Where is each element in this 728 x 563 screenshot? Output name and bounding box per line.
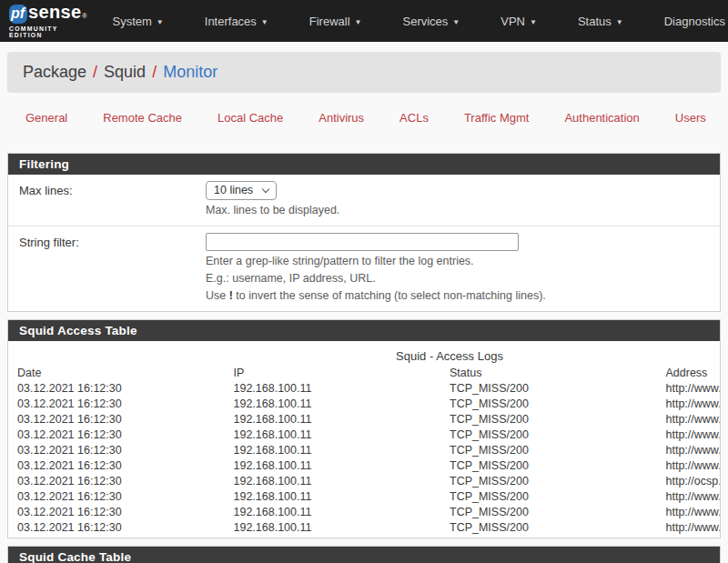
cell-status: TCP_MISS/200 [450, 380, 666, 396]
max-lines-help: Max. lines to be displayed. [206, 204, 709, 217]
cell-address: http://www.horizons21.fr/js/jquery-1.12.… [666, 519, 721, 535]
navbar-menu-item[interactable]: System ▼ [113, 15, 164, 28]
navbar-menu-item[interactable]: VPN ▼ [500, 15, 537, 28]
filtering-panel: Filtering Max lines: 10 lines Max. lines… [7, 153, 721, 312]
table-column-header: Status [450, 366, 666, 380]
navbar-menu-label: VPN [500, 15, 525, 28]
chevron-down-icon [262, 185, 269, 192]
cell-date: 03.12.2021 16:12:30 [17, 488, 234, 504]
string-filter-help-1: Enter a grep-like string/pattern to filt… [206, 255, 709, 268]
navbar-menu-label: Services [403, 15, 449, 28]
cell-address: http://www.horizons21.fr/images/sticker-… [666, 457, 721, 473]
navbar-menu-item[interactable]: Firewall ▼ [309, 15, 362, 28]
table-row: 03.12.2021 16:12:30 192.168.100.11 TCP_M… [17, 519, 720, 535]
cell-ip: 192.168.100.11 [234, 488, 450, 504]
caret-down-icon: ▼ [616, 18, 623, 26]
max-lines-label: Max lines: [19, 181, 206, 217]
cell-ip: 192.168.100.11 [234, 427, 450, 442]
table-row: 03.12.2021 16:12:30 192.168.100.11 TCP_M… [17, 380, 720, 396]
cell-date: 03.12.2021 16:12:30 [17, 380, 234, 396]
cell-address: http://www.horizons21.fr/fonts/expresswa… [666, 427, 721, 442]
table-row: 03.12.2021 16:12:30 192.168.100.11 TCP_M… [17, 411, 720, 427]
cell-status: TCP_MISS/200 [450, 488, 666, 504]
cell-ip: 192.168.100.11 [234, 411, 450, 427]
cell-date: 03.12.2021 16:12:30 [17, 473, 234, 488]
string-filter-label: String filter: [19, 233, 206, 303]
breadcrumb-separator: / [86, 63, 104, 81]
tab[interactable]: Remote Cache [100, 105, 185, 133]
navbar-menu: System ▼ Interfaces ▼ Firewall ▼ Service… [113, 15, 728, 28]
max-lines-select[interactable]: 10 lines [206, 181, 277, 200]
tab[interactable]: Traffic Mgmt [461, 105, 532, 133]
table-row: 03.12.2021 16:12:30 192.168.100.11 TCP_M… [17, 473, 720, 488]
max-lines-row: Max lines: 10 lines Max. lines to be dis… [8, 175, 720, 226]
string-filter-input[interactable] [206, 233, 519, 251]
filtering-panel-title: Filtering [8, 154, 720, 175]
tab[interactable]: General [23, 105, 70, 133]
cell-address: http://www.horizons21.fr/images/favicon.… [666, 380, 721, 396]
breadcrumb-monitor[interactable]: Monitor [163, 63, 217, 81]
pfsense-logo[interactable]: pfsense® COMMUNITY EDITION [9, 3, 87, 39]
registered-mark: ® [82, 13, 86, 19]
tab-bar: General Remote Cache Local Cache Antivir… [7, 105, 721, 133]
navbar-menu-item[interactable]: Services ▼ [403, 15, 460, 28]
cell-address: http://www.horizons21.fr/images/logo_rep… [666, 504, 721, 519]
cell-ip: 192.168.100.11 [234, 473, 450, 488]
sense-logo-text: sense [28, 3, 81, 21]
cell-address: http://www.horizons21.fr/images/logo_hor… [666, 488, 721, 504]
cell-ip: 192.168.100.11 [234, 457, 450, 473]
tab[interactable]: Authentication [561, 105, 642, 133]
cell-status: TCP_MISS/200 [450, 442, 666, 457]
cell-status: TCP_MISS/200 [450, 396, 666, 411]
tab[interactable]: Local Cache [215, 105, 286, 133]
table-row: 03.12.2021 16:12:30 192.168.100.11 TCP_M… [17, 488, 720, 504]
navbar-menu-item[interactable]: Diagnostics ▼ [664, 15, 728, 28]
access-logs-subtitle: Squid - Access Logs [17, 346, 720, 366]
cell-date: 03.12.2021 16:12:30 [17, 519, 234, 535]
navbar-menu-item[interactable]: Interfaces ▼ [205, 15, 268, 28]
community-edition-label: COMMUNITY EDITION [9, 26, 87, 39]
cell-ip: 192.168.100.11 [234, 380, 450, 396]
cell-ip: 192.168.100.11 [234, 396, 450, 411]
cell-status: TCP_MISS/200 [450, 504, 666, 519]
squid-cache-table-panel: Squid Cache Table Squid - Cache Logs [7, 546, 721, 563]
navbar-menu-label: Diagnostics [664, 15, 725, 28]
access-logs-table: Date IP Status Address 03.12.2021 16:12:… [17, 366, 720, 535]
navbar-menu-item[interactable]: Status ▼ [578, 15, 623, 28]
cell-date: 03.12.2021 16:12:30 [17, 504, 234, 519]
squid-access-table-panel: Squid Access Table Squid - Access Logs D… [7, 319, 721, 538]
breadcrumb-squid: Squid [104, 63, 146, 81]
cell-status: TCP_MISS/200 [450, 457, 666, 473]
table-column-header: Date [17, 366, 234, 380]
cell-date: 03.12.2021 16:12:30 [17, 457, 234, 473]
cell-date: 03.12.2021 16:12:30 [17, 396, 234, 411]
top-navbar: pfsense® COMMUNITY EDITION System ▼ Inte… [0, 0, 728, 42]
tab[interactable]: Users [672, 105, 709, 133]
tab[interactable]: Antivirus [316, 105, 367, 133]
cell-date: 03.12.2021 16:12:30 [17, 411, 234, 427]
cell-status: TCP_MISS/200 [450, 427, 666, 442]
pfsense-squid-monitor-page: pfsense® COMMUNITY EDITION System ▼ Inte… [0, 0, 728, 563]
cell-date: 03.12.2021 16:12:30 [17, 427, 234, 442]
string-filter-help-3: Use ! to invert the sense of matching (t… [206, 289, 709, 303]
caret-down-icon: ▼ [355, 18, 362, 26]
squid-access-table-title: Squid Access Table [8, 320, 720, 341]
breadcrumb-separator: / [146, 63, 163, 81]
cell-address: http://ocsp.pki.goog/gts1c3 [666, 473, 721, 488]
navbar-menu-label: System [113, 15, 152, 28]
caret-down-icon: ▼ [261, 18, 268, 26]
cell-status: TCP_MISS/200 [450, 519, 666, 535]
table-row: 03.12.2021 16:12:30 192.168.100.11 TCP_M… [17, 457, 720, 473]
caret-down-icon: ▼ [452, 18, 460, 26]
tab[interactable]: ACLs [397, 105, 431, 133]
table-row: 03.12.2021 16:12:30 192.168.100.11 TCP_M… [17, 396, 720, 411]
caret-down-icon: ▼ [157, 18, 164, 26]
squid-cache-table-title: Squid Cache Table [8, 547, 720, 563]
breadcrumb: Package/Squid/Monitor [7, 52, 721, 93]
table-column-header: IP [234, 366, 450, 380]
cell-ip: 192.168.100.11 [234, 442, 450, 457]
navbar-menu-label: Status [578, 15, 612, 28]
cell-address: http://www.horizons21.fr/fonts/expresswa… [666, 442, 721, 457]
string-filter-row: String filter: Enter a grep-like string/… [8, 226, 720, 311]
cell-status: TCP_MISS/200 [450, 411, 666, 427]
